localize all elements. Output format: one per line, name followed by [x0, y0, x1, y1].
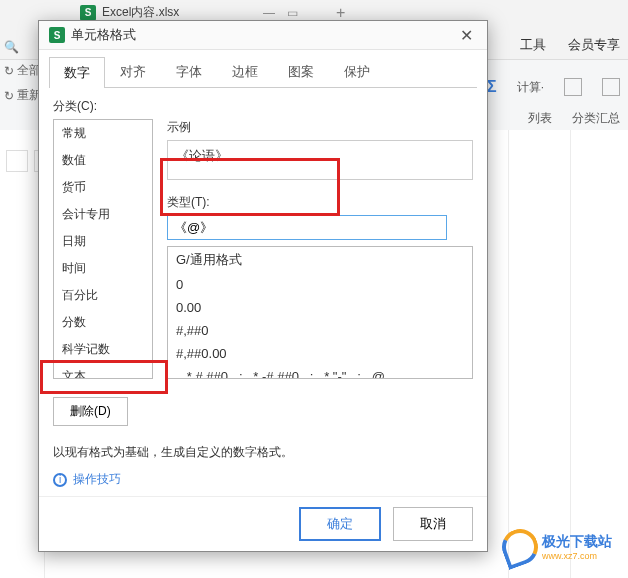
- dialog-icon: S: [49, 27, 65, 43]
- watermark-logo-icon: [497, 524, 543, 570]
- redo[interactable]: ↻重新: [4, 87, 41, 104]
- type-input[interactable]: [167, 215, 447, 240]
- close-icon[interactable]: ✕: [456, 26, 477, 45]
- dialog-buttons: 确定 取消: [39, 496, 487, 551]
- example-value: 《论语》: [167, 140, 473, 180]
- cat-number[interactable]: 数值: [54, 147, 152, 174]
- watermark-cn: 极光下载站: [542, 533, 612, 551]
- fmt-item[interactable]: G/通用格式: [168, 247, 472, 273]
- ok-button[interactable]: 确定: [299, 507, 381, 541]
- fmt-item[interactable]: 0: [168, 273, 472, 296]
- watermark: 极光下载站 www.xz7.com: [502, 522, 622, 572]
- filename-label: Excel内容.xlsx: [102, 4, 179, 21]
- search-icon[interactable]: 🔍: [4, 40, 41, 54]
- fmt-item[interactable]: 0.00: [168, 296, 472, 319]
- fmt-item[interactable]: #,##0.00: [168, 342, 472, 365]
- example-label: 示例: [167, 119, 473, 136]
- tip-label: 操作技巧: [73, 471, 121, 488]
- category-label: 分类(C):: [53, 98, 473, 115]
- maximize-icon[interactable]: ▭: [287, 6, 298, 20]
- minimize-icon[interactable]: —: [263, 6, 275, 20]
- subribbon: Σ 计算·: [487, 78, 620, 96]
- hint-text: 以现有格式为基础，生成自定义的数字格式。: [53, 444, 473, 461]
- format-list[interactable]: G/通用格式 0 0.00 #,##0 #,##0.00 _ * #,##0_ …: [167, 246, 473, 379]
- cat-accounting[interactable]: 会计专用: [54, 201, 152, 228]
- window-controls: — ▭: [263, 6, 298, 20]
- cat-date[interactable]: 日期: [54, 228, 152, 255]
- type-label: 类型(T):: [167, 194, 473, 211]
- summary-label: 计算·: [517, 79, 544, 96]
- tab-pattern[interactable]: 图案: [273, 56, 329, 87]
- ribbon-tools[interactable]: 工具: [520, 36, 546, 54]
- tab-border[interactable]: 边框: [217, 56, 273, 87]
- subribbon2: 列表 分类汇总: [528, 110, 620, 127]
- cancel-button[interactable]: 取消: [393, 507, 473, 541]
- fmt-item[interactable]: #,##0: [168, 319, 472, 342]
- fmt-item[interactable]: _ * #,##0_ ;_ * -#,##0_ ;_ * "-"_ ;_ @_: [168, 365, 472, 379]
- cat-percent[interactable]: 百分比: [54, 282, 152, 309]
- cat-text[interactable]: 文本: [54, 363, 152, 379]
- tab-number[interactable]: 数字: [49, 57, 105, 88]
- dialog-titlebar: S 单元格格式 ✕: [39, 21, 487, 50]
- tip-link[interactable]: 操作技巧: [53, 461, 473, 488]
- delete-button[interactable]: 删除(D): [53, 397, 128, 426]
- ribbon-right-group: 工具 会员专享: [520, 36, 620, 54]
- sigma-icon[interactable]: Σ: [487, 78, 497, 96]
- tab-font[interactable]: 字体: [161, 56, 217, 87]
- dialog-tabs: 数字 对齐 字体 边框 图案 保护: [39, 50, 487, 87]
- cat-fraction[interactable]: 分数: [54, 309, 152, 336]
- ribbon-vip[interactable]: 会员专享: [568, 36, 620, 54]
- category-list[interactable]: 常规 数值 货币 会计专用 日期 时间 百分比 分数 科学记数 文本 特殊 自定…: [53, 119, 153, 379]
- dialog-content: 分类(C): 常规 数值 货币 会计专用 日期 时间 百分比 分数 科学记数 文…: [39, 88, 487, 496]
- refresh-all[interactable]: ↻全部: [4, 62, 41, 79]
- tab-align[interactable]: 对齐: [105, 56, 161, 87]
- tip-icon: [53, 473, 67, 487]
- group-icon[interactable]: [602, 78, 620, 96]
- watermark-en: www.xz7.com: [542, 551, 612, 561]
- left-toolbar: 🔍 ↻全部 ↻重新: [4, 40, 41, 104]
- cat-general[interactable]: 常规: [54, 120, 152, 147]
- cell-format-dialog: S 单元格格式 ✕ 数字 对齐 字体 边框 图案 保护 分类(C): 常规 数值…: [38, 20, 488, 552]
- group-label[interactable]: 分类汇总: [572, 110, 620, 127]
- document-tab[interactable]: S Excel内容.xlsx: [80, 4, 179, 21]
- dialog-title: 单元格格式: [71, 26, 136, 44]
- cat-currency[interactable]: 货币: [54, 174, 152, 201]
- tab-protect[interactable]: 保护: [329, 56, 385, 87]
- list-label[interactable]: 列表: [528, 110, 552, 127]
- cat-time[interactable]: 时间: [54, 255, 152, 282]
- list-icon[interactable]: [564, 78, 582, 96]
- app-icon: S: [80, 5, 96, 21]
- cat-scientific[interactable]: 科学记数: [54, 336, 152, 363]
